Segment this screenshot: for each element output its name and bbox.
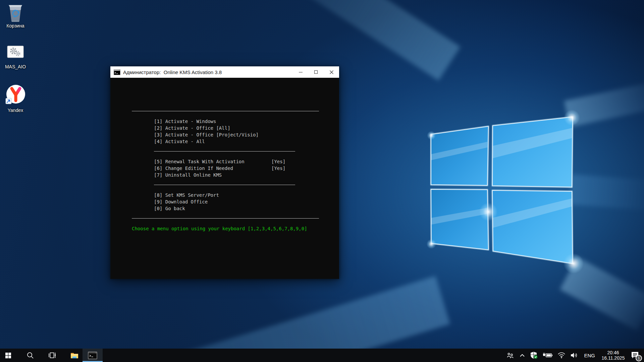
minimize-button[interactable] [293, 66, 308, 78]
console-menu-item: [9] Download Office [154, 199, 208, 204]
clock-time: 20:46 [601, 350, 625, 355]
window-titlebar[interactable]: Администратор: Online KMS Activation 3.8 [110, 66, 339, 78]
console-body[interactable]: [1] Activate - Windows[2] Activate - Off… [110, 78, 339, 279]
console-line-hr-long [132, 105, 319, 111]
yandex-browser-icon [5, 84, 26, 106]
desktop-icon-recycle-bin[interactable]: Корзина [1, 3, 30, 28]
show-hidden-icons-button[interactable] [517, 349, 528, 362]
console-line-item: [1] Activate - Windows [154, 118, 339, 125]
lens-flare [425, 237, 438, 251]
desktop-icon-label: MAS_AIO [1, 64, 30, 69]
console-line-blank [110, 219, 339, 225]
console-content: [1] Activate - Windows[2] Activate - Off… [110, 78, 339, 232]
desktop-icon-yandex[interactable]: Yandex [1, 84, 30, 113]
task-view-button[interactable] [44, 349, 60, 362]
system-tray: ENG 20:46 16.11.2025 1 [504, 349, 644, 362]
cmd-icon [114, 69, 120, 75]
window-title: Администратор: Online KMS Activation 3.8 [123, 69, 222, 75]
console-line-blank [110, 185, 339, 192]
console-line-hr-short [154, 145, 295, 152]
file-explorer-icon [70, 352, 79, 359]
speaker-icon [570, 352, 578, 359]
volume-button[interactable] [568, 349, 581, 362]
lens-flare [425, 129, 437, 141]
close-button[interactable] [324, 66, 339, 78]
console-menu-item: [1] Activate - Windows [154, 119, 216, 124]
notification-badge: 1 [636, 355, 642, 361]
console-menu-item: [5] Renewal Task With Activation [154, 159, 245, 164]
battery-button[interactable] [540, 349, 555, 362]
search-icon [26, 352, 34, 359]
task-view-icon [48, 352, 56, 359]
console-line-item: [9] Download Office [154, 198, 339, 205]
taskbar-app-command-prompt[interactable] [83, 349, 103, 362]
maximize-button[interactable] [308, 66, 324, 78]
console-menu-item: [3] Activate - Office [Project/Visio] [154, 132, 259, 137]
file-explorer-button[interactable] [66, 349, 83, 362]
shortcut-arrow-badge [6, 98, 11, 104]
window-caption-buttons [293, 66, 339, 78]
console-menu-item: [0] Go back [154, 206, 185, 211]
search-button[interactable] [22, 349, 38, 362]
defender-shield-icon [530, 351, 538, 359]
chevron-up-icon [519, 353, 525, 358]
console-line-blank [110, 111, 339, 118]
console-menu-item: [7] Uninstall Online KMS [154, 172, 222, 178]
console-window: Администратор: Online KMS Activation 3.8… [110, 66, 339, 279]
console-menu-item: [8] Set KMS Server/Port [154, 192, 219, 198]
minimize-icon [299, 72, 303, 72]
defender-button[interactable] [528, 349, 540, 362]
console-line-item: [3] Activate - Office [Project/Visio] [154, 131, 339, 138]
clock[interactable]: 20:46 16.11.2025 [598, 350, 628, 361]
console-line-prompt: Choose a menu option using your keyboard… [132, 225, 339, 232]
console-menu-item: [2] Activate - Office [All] [154, 125, 230, 131]
console-prompt-text: Choose a menu option using your keyboard… [132, 226, 307, 231]
desktop-icon-label: Корзина [1, 23, 30, 28]
recycle-bin-icon [7, 3, 24, 22]
start-button[interactable] [0, 349, 16, 362]
clock-date: 16.11.2025 [601, 355, 625, 361]
language-indicator[interactable]: ENG [581, 353, 598, 358]
taskbar: ENG 20:46 16.11.2025 1 [0, 349, 644, 362]
people-icon [506, 352, 515, 359]
console-line-item: [2] Activate - Office [All] [154, 125, 339, 131]
desktop-screen: Корзина MAS_AIO [0, 0, 644, 362]
action-center-button[interactable]: 1 [628, 349, 644, 362]
lens-flare [476, 199, 501, 225]
console-line-hr-short [154, 178, 295, 185]
console-menu-value: [Yes] [271, 165, 285, 172]
windows-start-icon [5, 353, 11, 358]
wifi-icon [557, 352, 566, 359]
console-line-hr-long [132, 212, 319, 219]
desktop-icon-mas-aio[interactable]: MAS_AIO [1, 46, 30, 69]
mas-aio-icon [7, 46, 24, 58]
console-line-blank [110, 152, 339, 158]
maximize-icon [314, 70, 318, 74]
battery-charging-icon [543, 352, 553, 359]
console-line-item: [6] Change Edition If Needed[Yes] [154, 165, 339, 172]
console-menu-value: [Yes] [271, 158, 285, 165]
lens-flare [561, 107, 583, 129]
console-line-item: [5] Renewal Task With Activation[Yes] [154, 158, 339, 165]
console-line-item: [8] Set KMS Server/Port [154, 192, 339, 198]
console-menu-item: [4] Activate - All [154, 139, 205, 144]
console-line-item: [0] Go back [154, 205, 339, 212]
desktop-icon-label: Yandex [1, 108, 30, 113]
console-line-item: [4] Activate - All [154, 138, 339, 145]
network-button[interactable] [555, 349, 568, 362]
cmd-taskbar-icon [88, 352, 97, 359]
people-button[interactable] [504, 349, 517, 362]
lens-flare [559, 249, 588, 278]
console-line-item: [7] Uninstall Online KMS [154, 172, 339, 178]
console-menu-item: [6] Change Edition If Needed [154, 166, 233, 171]
close-icon [330, 70, 333, 74]
